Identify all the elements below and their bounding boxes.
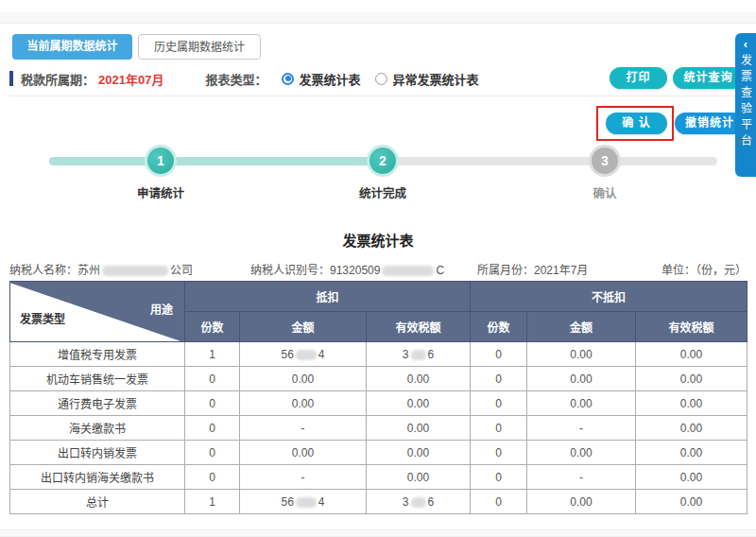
side-tab-label: 发票查验平台 xyxy=(738,54,754,150)
taxpayer-name-prefix: 苏州 xyxy=(77,264,100,277)
invoice-type-cell: 总计 xyxy=(10,490,185,514)
period-month: 所属月份：2021年7月 xyxy=(477,261,588,277)
step-1-label: 申请统计 xyxy=(118,183,203,201)
taxpayer-name: 纳税人名称：苏州公司 xyxy=(9,261,193,277)
value-cell: - xyxy=(240,416,367,441)
col-header-tax-deduct: 有效税额 xyxy=(367,312,471,342)
value-cell: 0.00 xyxy=(527,367,636,391)
value-cell: 0.00 xyxy=(367,367,471,391)
corner-header-cell: 发票类型 用途 xyxy=(10,282,185,342)
value-cell: 36 xyxy=(367,342,471,367)
top-band xyxy=(0,12,756,24)
col-header-tax-nondeduct: 有效税额 xyxy=(636,312,747,342)
value-cell: 0.00 xyxy=(367,465,471,490)
value-cell: 564 xyxy=(240,490,367,514)
section-marker xyxy=(9,71,13,86)
tax-period-value: 2021年07月 xyxy=(98,70,163,88)
value-cell: 0 xyxy=(471,490,527,514)
table-row: 增值税专用发票15643600.000.00 xyxy=(10,342,747,367)
invoice-type-cell: 出口转内销海关缴款书 xyxy=(10,465,185,490)
col-header-amount-nondeduct: 金额 xyxy=(527,312,636,342)
table-row: 总计15643600.000.00 xyxy=(10,490,747,514)
taxpayer-id: 纳税人识别号：91320509C xyxy=(250,261,444,277)
step-2-circle: 2 xyxy=(369,147,396,174)
value-cell: 1 xyxy=(185,342,240,367)
invoice-type-header: 发票类型 xyxy=(20,310,65,326)
divider xyxy=(9,95,747,96)
value-cell: 0.00 xyxy=(240,391,367,416)
unit-note: 单位：（份，元） xyxy=(662,261,747,277)
value-cell: 0 xyxy=(471,391,527,416)
tax-period-label: 税款所属期： xyxy=(21,70,94,88)
value-cell: 0.00 xyxy=(636,367,747,391)
value-cell: 0 xyxy=(471,342,527,367)
invoice-type-cell: 出口转内销发票 xyxy=(10,441,185,465)
tab-history-period[interactable]: 历史属期数据统计 xyxy=(138,34,261,60)
invoice-type-cell: 通行费电子发票 xyxy=(10,391,185,416)
taxpayer-id-prefix: 91320509 xyxy=(330,264,380,277)
value-cell: 0.00 xyxy=(527,490,636,514)
invoice-type-cell: 海关缴款书 xyxy=(10,416,185,441)
chevron-left-icon: ‹ xyxy=(735,37,756,52)
value-cell: 1 xyxy=(185,490,240,514)
value-cell: 0 xyxy=(471,441,527,465)
value-cell: 0 xyxy=(185,391,240,416)
value-cell: 0 xyxy=(185,465,240,490)
bottom-band xyxy=(0,529,756,537)
stepper-track-completed xyxy=(49,157,383,165)
table-row: 通行费电子发票00.000.0000.000.00 xyxy=(10,391,747,416)
value-cell: - xyxy=(240,465,367,490)
value-cell: 0.00 xyxy=(240,441,367,465)
value-cell: 0.00 xyxy=(636,441,747,465)
value-cell: 0 xyxy=(471,367,527,391)
invoice-type-cell: 增值税专用发票 xyxy=(10,342,185,367)
value-cell: 0.00 xyxy=(527,342,636,367)
value-cell: - xyxy=(527,416,636,441)
taxpayer-id-suffix: C xyxy=(436,264,444,277)
step-3-label: 确认 xyxy=(562,183,647,201)
col-header-count-deduct: 份数 xyxy=(185,312,240,342)
invoice-type-cell: 机动车销售统一发票 xyxy=(10,367,185,391)
value-cell: 0.00 xyxy=(367,416,471,441)
statistics-query-button[interactable]: 统计查询 xyxy=(673,67,744,89)
value-cell: 0 xyxy=(185,367,240,391)
redacted-value xyxy=(296,497,317,508)
usage-header: 用途 xyxy=(150,301,173,317)
radio-invoice-statistics[interactable] xyxy=(282,73,294,85)
value-cell: 0 xyxy=(471,416,527,441)
value-cell: 0.00 xyxy=(367,441,471,465)
print-button[interactable]: 打印 xyxy=(610,67,667,89)
report-title: 发票统计表 xyxy=(0,230,756,250)
value-cell: 0.00 xyxy=(527,391,636,416)
col-header-count-nondeduct: 份数 xyxy=(471,312,527,342)
redacted-value xyxy=(296,350,317,360)
value-cell: 0.00 xyxy=(367,391,471,416)
filter-row: 税款所属期： 2021年07月 报表类型： 发票统计表 异常发票统计表 xyxy=(9,68,478,89)
taxpayer-id-label: 纳税人识别号： xyxy=(250,264,330,277)
value-cell: 0.00 xyxy=(636,490,747,514)
table-row: 海关缴款书0-0.000-0.00 xyxy=(10,416,747,441)
col-header-amount-deduct: 金额 xyxy=(240,312,367,342)
report-type-label: 报表类型： xyxy=(205,70,266,88)
step-2-label: 统计完成 xyxy=(340,183,425,201)
revoke-statistics-button[interactable]: 撤销统计 xyxy=(675,113,745,134)
confirm-button[interactable]: 确 认 xyxy=(606,113,667,134)
redacted-value xyxy=(411,497,426,508)
value-cell: 0.00 xyxy=(527,441,636,465)
invoice-statistics-table: 发票类型 用途 抵扣 不抵扣 份数 金额 有效税额 份数 金额 有效税额 增值税… xyxy=(9,281,747,514)
redacted-id xyxy=(382,266,434,276)
redacted-value xyxy=(411,350,426,360)
radio-invoice-statistics-label[interactable]: 发票统计表 xyxy=(299,70,360,88)
value-cell: 0.00 xyxy=(240,367,367,391)
value-cell: 36 xyxy=(367,490,471,514)
tab-current-period[interactable]: 当前属期数据统计 xyxy=(12,34,132,60)
taxpayer-name-label: 纳税人名称： xyxy=(9,264,77,277)
value-cell: 0 xyxy=(185,441,240,465)
table-row: 出口转内销发票00.000.0000.000.00 xyxy=(10,441,747,465)
table-row: 机动车销售统一发票00.000.0000.000.00 xyxy=(10,367,747,391)
radio-abnormal-invoice-statistics-label[interactable]: 异常发票统计表 xyxy=(392,70,478,88)
radio-abnormal-invoice-statistics[interactable] xyxy=(375,73,387,85)
value-cell: 564 xyxy=(240,342,367,367)
invoice-verification-platform-tab[interactable]: ‹ 发票查验平台 xyxy=(735,33,756,177)
step-3-circle: 3 xyxy=(592,147,618,174)
